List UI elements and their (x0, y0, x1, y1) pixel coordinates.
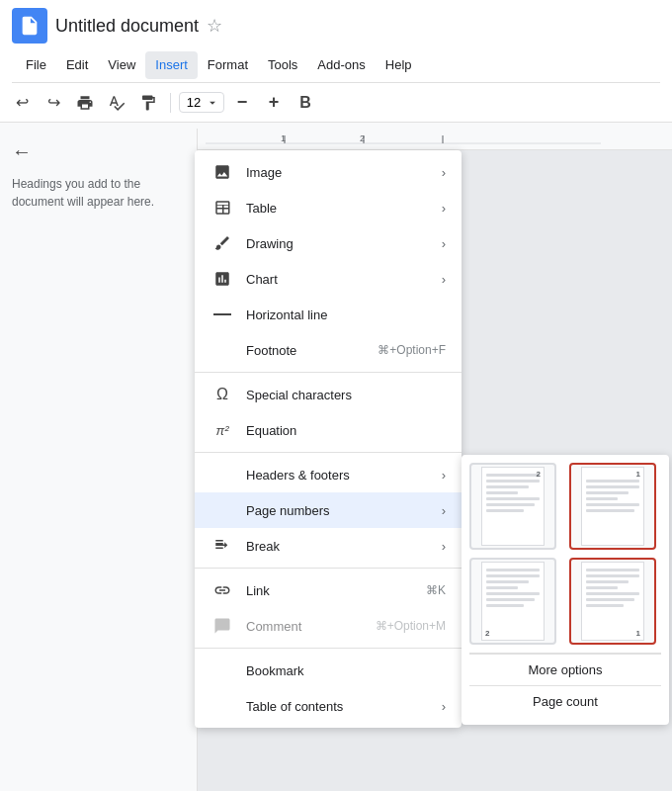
comment-shortcut: ⌘+Option+M (376, 619, 446, 633)
font-size-selector[interactable]: 12 (179, 92, 224, 113)
divider-4 (195, 648, 462, 649)
spellcheck-button[interactable] (103, 89, 130, 117)
link-icon (210, 578, 234, 602)
page-num-indicator-2: 1 (636, 470, 640, 479)
toc-arrow: › (442, 699, 446, 714)
sidebar: ← Headings you add to the document will … (0, 129, 198, 791)
menu-item-table[interactable]: Table › (195, 190, 462, 225)
break-label: Break (246, 539, 434, 554)
menu-edit[interactable]: Edit (56, 51, 98, 79)
menu-item-horizontal-line[interactable]: Horizontal line (195, 297, 462, 332)
back-arrow-icon: ← (12, 140, 32, 163)
divider-1 (195, 372, 462, 373)
break-icon (210, 534, 234, 558)
image-arrow: › (442, 165, 446, 180)
menu-view[interactable]: View (98, 51, 145, 79)
app-icon (12, 8, 47, 44)
page-numbers-label: Page numbers (246, 503, 434, 518)
chart-label: Chart (246, 272, 434, 287)
menu-item-page-numbers[interactable]: Page numbers › (195, 492, 462, 528)
page-num-indicator-1: 2 (537, 470, 541, 479)
break-arrow: › (442, 539, 446, 554)
table-label: Table (246, 201, 434, 216)
image-label: Image (246, 165, 434, 180)
star-icon[interactable]: ☆ (207, 15, 222, 37)
menu-format[interactable]: Format (198, 51, 258, 79)
menu-item-break[interactable]: Break › (195, 528, 462, 564)
title-bar: Untitled document ☆ File Edit View Inser… (0, 0, 672, 83)
bookmark-icon (210, 659, 234, 682)
image-icon (210, 160, 234, 184)
table-arrow: › (442, 201, 446, 216)
ruler: 1 2 (198, 129, 672, 150)
insert-dropdown-menu: Image › Table › Drawing › Chart › (195, 150, 462, 728)
link-shortcut: ⌘K (426, 583, 446, 597)
page-numbers-icon (210, 498, 234, 522)
menu-item-link[interactable]: Link ⌘K (195, 572, 462, 608)
drawing-icon (210, 231, 234, 255)
bold-button[interactable]: B (292, 89, 319, 117)
paint-format-button[interactable] (134, 89, 162, 117)
horizontal-line-label: Horizontal line (246, 308, 446, 322)
page-num-indicator-4: 1 (636, 629, 640, 638)
menu-insert[interactable]: Insert (145, 51, 198, 79)
headers-footers-label: Headers & footers (246, 468, 434, 483)
svg-text:2: 2 (360, 133, 365, 143)
menu-tools[interactable]: Tools (258, 51, 307, 79)
redo-button[interactable]: ↪ (40, 89, 67, 117)
divider-3 (195, 568, 462, 569)
menu-addons[interactable]: Add-ons (307, 51, 375, 79)
page-numbers-arrow: › (442, 503, 446, 518)
decrease-font-button[interactable]: − (228, 89, 256, 117)
page-num-option-2[interactable]: 1 (569, 463, 656, 550)
page-count-button[interactable]: Page count (469, 686, 661, 717)
footnote-icon (210, 338, 234, 362)
page-num-option-1[interactable]: 2 (469, 463, 556, 550)
divider-2 (195, 452, 462, 453)
special-chars-icon: Ω (210, 383, 234, 406)
headers-footers-icon (210, 463, 234, 486)
page-number-options: 2 1 (469, 463, 661, 645)
footnote-shortcut: ⌘+Option+F (378, 343, 446, 357)
page-num-option-3[interactable]: 2 (469, 558, 556, 645)
page-num-option-4[interactable]: 1 (569, 558, 656, 645)
menu-item-comment[interactable]: Comment ⌘+Option+M (195, 608, 462, 644)
menu-bar: File Edit View Insert Format Tools Add-o… (12, 47, 660, 83)
horizontal-line-icon (210, 303, 234, 326)
increase-font-button[interactable]: + (260, 89, 288, 117)
font-size-value: 12 (184, 95, 204, 110)
menu-item-chart[interactable]: Chart › (195, 261, 462, 297)
toc-icon (210, 694, 234, 718)
comment-icon (210, 614, 234, 638)
print-button[interactable] (71, 89, 99, 117)
toc-label: Table of contents (246, 699, 434, 714)
link-label: Link (246, 583, 418, 598)
more-options-button[interactable]: More options (469, 654, 661, 685)
chart-icon (210, 267, 234, 291)
menu-help[interactable]: Help (376, 51, 422, 79)
menu-item-special-chars[interactable]: Ω Special characters (195, 377, 462, 412)
chart-arrow: › (442, 272, 446, 287)
equation-label: Equation (246, 423, 446, 438)
comment-label: Comment (246, 619, 368, 634)
sidebar-body-text: Headings you add to the document will ap… (12, 175, 185, 211)
table-icon (210, 196, 234, 220)
toolbar: ↩ ↪ 12 − + B (0, 83, 672, 123)
menu-item-bookmark[interactable]: Bookmark (195, 653, 462, 688)
bookmark-label: Bookmark (246, 663, 446, 678)
menu-item-toc[interactable]: Table of contents › (195, 688, 462, 724)
sidebar-back-button[interactable]: ← (12, 140, 185, 163)
page-num-indicator-3: 2 (485, 629, 489, 638)
drawing-label: Drawing (246, 236, 434, 251)
menu-item-footnote[interactable]: Footnote ⌘+Option+F (195, 332, 462, 368)
special-chars-label: Special characters (246, 388, 446, 402)
undo-button[interactable]: ↩ (8, 89, 36, 117)
headers-footers-arrow: › (442, 468, 446, 483)
document-area: 1 2 ← Headings you add to the document w… (0, 129, 672, 791)
menu-item-headers-footers[interactable]: Headers & footers › (195, 457, 462, 492)
menu-file[interactable]: File (16, 51, 56, 79)
menu-item-image[interactable]: Image › (195, 154, 462, 190)
menu-item-equation[interactable]: π² Equation (195, 412, 462, 448)
menu-item-drawing[interactable]: Drawing › (195, 225, 462, 261)
document-title: Untitled document (55, 16, 199, 37)
